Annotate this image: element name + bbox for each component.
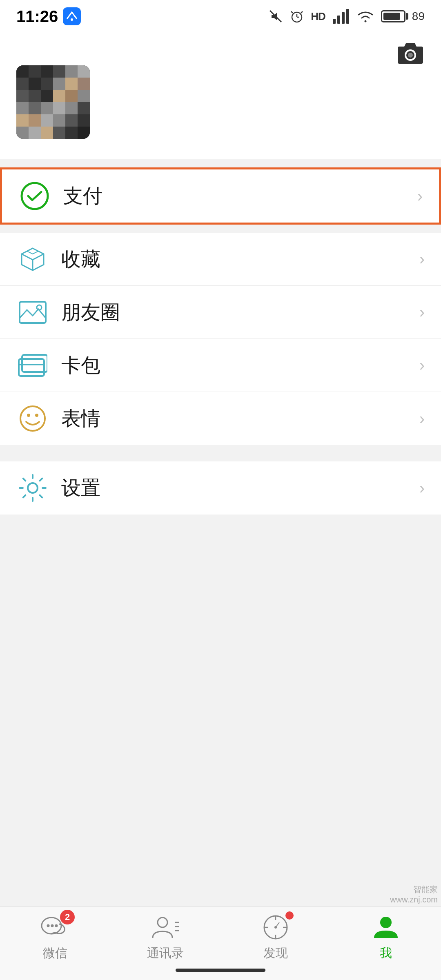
lark-icon <box>63 7 81 25</box>
nav-item-discover[interactable]: 发现 <box>220 913 331 962</box>
svg-point-41 <box>380 917 392 928</box>
contacts-icon <box>151 914 180 940</box>
moments-label: 朋友圈 <box>61 299 419 325</box>
emoji-chevron: › <box>419 410 425 428</box>
menu-item-favorites[interactable]: 收藏 › <box>0 233 441 286</box>
svg-line-6 <box>291 11 293 13</box>
svg-rect-0 <box>63 7 81 25</box>
cardwallet-icon-wrap <box>16 349 49 382</box>
section-divider-2 <box>0 225 441 233</box>
watermark: 智能家 www.znj.com <box>390 884 438 904</box>
menu-group-settings: 设置 › <box>0 461 441 514</box>
svg-line-7 <box>301 11 303 13</box>
svg-rect-10 <box>342 12 345 24</box>
nav-item-me[interactable]: 我 <box>331 913 441 962</box>
cardwallet-label: 卡包 <box>61 352 419 379</box>
camera-button[interactable] <box>396 41 425 65</box>
status-bar: 11:26 HD <box>0 0 441 33</box>
menu-group-payment: 支付 › <box>0 167 441 225</box>
settings-icon <box>18 473 47 503</box>
svg-point-1 <box>71 18 73 21</box>
section-divider-3 <box>0 453 441 461</box>
discover-dot <box>285 911 294 920</box>
nav-discover-icon-wrap <box>259 913 292 942</box>
nav-me-icon-wrap <box>370 913 402 942</box>
payment-icon <box>20 181 49 211</box>
wechat-badge: 2 <box>60 910 75 924</box>
svg-point-24 <box>35 414 38 417</box>
hd-icon: HD <box>311 10 325 23</box>
payment-icon-wrap <box>18 180 51 212</box>
profile-section <box>0 53 441 159</box>
moments-icon <box>18 298 47 327</box>
nav-wechat-icon-wrap: 2 <box>39 913 71 942</box>
nav-item-contacts[interactable]: 通讯录 <box>110 913 220 962</box>
nav-item-wechat[interactable]: 2 微信 <box>0 913 110 962</box>
bottom-nav: 2 微信 通讯录 <box>0 906 441 980</box>
svg-point-27 <box>47 924 50 927</box>
nav-wechat-label: 微信 <box>43 945 67 962</box>
settings-chevron: › <box>419 479 425 497</box>
cardwallet-chevron: › <box>419 356 425 374</box>
settings-label: 设置 <box>61 475 419 501</box>
menu-item-settings[interactable]: 设置 › <box>0 461 441 514</box>
content-fill <box>0 523 441 849</box>
emoji-icon <box>18 404 47 433</box>
time-text: 11:26 <box>16 7 58 26</box>
discover-icon <box>261 914 290 940</box>
cardwallet-icon <box>18 353 47 378</box>
watermark-line2: www.znj.com <box>390 895 438 904</box>
battery-icon <box>381 10 405 22</box>
battery-text: 89 <box>412 10 425 23</box>
alarm-icon <box>290 9 304 24</box>
favorites-icon <box>18 245 47 274</box>
svg-point-22 <box>20 406 45 431</box>
moments-chevron: › <box>419 303 425 321</box>
status-icons-group: HD 89 <box>268 9 425 24</box>
svg-point-13 <box>408 53 413 58</box>
header-area <box>0 33 441 53</box>
svg-point-23 <box>27 414 30 417</box>
payment-chevron: › <box>417 187 423 205</box>
favorites-icon-wrap <box>16 243 49 276</box>
menu-group-2: 收藏 › 朋友圈 › 卡包 › <box>0 233 441 445</box>
emoji-icon-wrap <box>16 402 49 435</box>
nav-contacts-label: 通讯录 <box>147 945 184 962</box>
menu-item-payment[interactable]: 支付 › <box>2 169 439 223</box>
section-divider-1 <box>0 159 441 167</box>
watermark-line1: 智能家 <box>390 884 438 895</box>
nav-contacts-icon-wrap <box>149 913 182 942</box>
wifi-icon <box>356 9 374 24</box>
home-indicator <box>176 969 265 972</box>
nav-me-label: 我 <box>380 945 392 962</box>
svg-line-40 <box>276 922 279 927</box>
svg-point-30 <box>158 918 167 927</box>
mute-icon <box>268 9 283 24</box>
svg-rect-11 <box>346 9 349 24</box>
favorites-label: 收藏 <box>61 246 419 272</box>
emoji-label: 表情 <box>61 405 419 432</box>
signal-icon <box>332 9 350 24</box>
svg-point-14 <box>22 183 48 209</box>
svg-point-29 <box>55 924 58 927</box>
menu-item-cardwallet[interactable]: 卡包 › <box>0 339 441 392</box>
menu-item-emoji[interactable]: 表情 › <box>0 392 441 445</box>
payment-label: 支付 <box>63 183 417 209</box>
menu-item-moments[interactable]: 朋友圈 › <box>0 286 441 339</box>
svg-point-25 <box>28 483 38 493</box>
settings-icon-wrap <box>16 472 49 504</box>
favorites-chevron: › <box>419 250 425 268</box>
status-time: 11:26 <box>16 7 81 26</box>
camera-icon <box>396 41 425 65</box>
me-icon <box>372 914 400 940</box>
moments-icon-wrap <box>16 296 49 329</box>
svg-point-28 <box>51 924 54 927</box>
avatar[interactable] <box>16 65 90 139</box>
svg-rect-8 <box>333 19 336 24</box>
svg-rect-9 <box>337 16 340 24</box>
nav-discover-label: 发现 <box>263 945 288 962</box>
